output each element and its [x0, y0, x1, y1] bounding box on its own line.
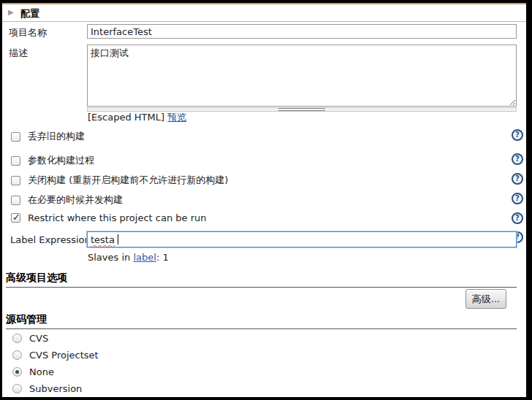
scm-option-subversion: Subversion — [12, 383, 82, 394]
checkbox-label[interactable]: 关闭构建 (重新开启构建前不允许进行新的构建) — [28, 174, 228, 187]
help-icon[interactable]: ? — [512, 212, 523, 224]
project-name-input[interactable] — [87, 24, 517, 39]
advanced-options-heading: 高级项目选项 — [6, 272, 517, 288]
radio-subversion[interactable] — [12, 384, 22, 393]
radio-label[interactable]: None — [29, 366, 54, 377]
project-name-label: 项目名称 — [9, 26, 47, 39]
label-link[interactable]: label — [133, 252, 156, 263]
collapse-arrow-icon[interactable]: ▶ — [8, 8, 14, 16]
slaves-hint: Slaves in label: 1 — [88, 252, 169, 263]
option-row-parameterized: 参数化构建过程 — [11, 154, 94, 167]
slaves-hint-prefix: Slaves in — [88, 252, 133, 263]
radio-label[interactable]: CVS — [29, 333, 48, 344]
config-page: ▶ 配置 项目名称 描述 接口测试 [Escaped HTML] 预览 丢弃旧的… — [0, 0, 532, 400]
radio-label[interactable]: CVS Projectset — [29, 350, 99, 361]
checkbox-parameterized[interactable] — [11, 156, 20, 166]
checkbox-restrict-node[interactable] — [11, 213, 20, 223]
checkbox-label[interactable]: Restrict where this project can be run — [28, 212, 207, 223]
scm-heading: 源码管理 — [6, 313, 517, 329]
checkbox-label[interactable]: 参数化构建过程 — [28, 154, 94, 167]
escaped-html-label: [Escaped HTML] — [88, 112, 167, 123]
label-expression-input[interactable]: testa — [87, 231, 517, 247]
scm-option-none: None — [12, 366, 54, 377]
config-section-header[interactable]: ▶ 配置 — [2, 4, 526, 22]
help-icon[interactable]: ? — [512, 129, 523, 141]
radio-cvs-projectset[interactable] — [12, 350, 22, 360]
checkbox-discard-old-builds[interactable] — [11, 132, 20, 142]
help-icon[interactable]: ? — [512, 173, 523, 185]
label-expression-value: testa — [91, 234, 115, 245]
checkbox-label[interactable]: 在必要的时候并发构建 — [28, 193, 123, 207]
advanced-button[interactable]: 高级... — [466, 289, 506, 309]
checkbox-label[interactable]: 丢弃旧的构建 — [28, 130, 85, 143]
option-row-restrict-node: Restrict where this project can be run — [11, 212, 207, 223]
description-textarea[interactable]: 接口测试 — [87, 45, 517, 107]
help-icon[interactable]: ? — [512, 193, 523, 204]
page-title: 配置 — [20, 7, 39, 20]
help-icon[interactable]: ? — [512, 153, 523, 165]
radio-label[interactable]: Subversion — [29, 383, 82, 394]
label-expression-label: Label Expression — [10, 234, 91, 245]
preview-link[interactable]: 预览 — [167, 112, 186, 123]
scm-option-cvs: CVS — [12, 333, 48, 344]
option-row-concurrent-builds: 在必要的时候并发构建 — [11, 193, 123, 207]
radio-none[interactable] — [12, 367, 22, 377]
slaves-hint-suffix: : 1 — [156, 252, 169, 263]
description-label: 描述 — [9, 47, 28, 60]
radio-cvs[interactable] — [12, 334, 22, 343]
grip-icon — [278, 108, 325, 111]
preview-line: [Escaped HTML] 预览 — [88, 111, 186, 124]
option-row-discard-old-builds: 丢弃旧的构建 — [11, 130, 85, 143]
option-row-disable-build: 关闭构建 (重新开启构建前不允许进行新的构建) — [11, 174, 228, 187]
scm-option-cvs-projectset: CVS Projectset — [12, 350, 99, 361]
checkbox-concurrent-builds[interactable] — [11, 196, 20, 205]
text-caret — [118, 234, 118, 245]
checkbox-disable-build[interactable] — [11, 176, 20, 185]
